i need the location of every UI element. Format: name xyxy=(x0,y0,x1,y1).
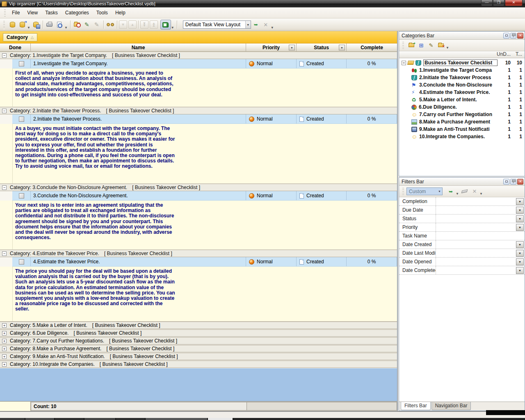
expand-icon[interactable]: + xyxy=(2,354,7,359)
filter-dropdown-button[interactable]: ▼ xyxy=(516,215,524,222)
restore-button[interactable]: ❐ xyxy=(493,0,504,6)
minimize-button[interactable]: — xyxy=(481,0,493,6)
open-database-button[interactable] xyxy=(17,20,27,30)
move-bottom-button[interactable]: ▼▼ xyxy=(140,21,148,29)
filter-value-field[interactable] xyxy=(436,197,515,205)
filter-value-field[interactable] xyxy=(436,223,515,231)
filter-dropdown-button[interactable]: ▼ xyxy=(516,258,524,265)
filters-close-button[interactable]: ✕ xyxy=(517,179,523,185)
menu-item-view[interactable]: View xyxy=(23,8,41,17)
categories-pin-button[interactable] xyxy=(510,33,516,39)
filter-dropdown-button[interactable]: ▼ xyxy=(516,250,524,257)
task-row[interactable]: 1.Investigate the Target Company. Normal… xyxy=(12,59,397,68)
category-tree-item[interactable]: ⚑ 3.Conclude the Non-Disclosure 1 1 xyxy=(399,81,525,89)
expand-icon[interactable]: + xyxy=(2,331,7,336)
collapse-icon[interactable]: − xyxy=(2,251,7,256)
filters-pin-button[interactable] xyxy=(510,179,516,185)
filter-dropdown-button[interactable]: ▼ xyxy=(516,207,524,214)
collapse-icon[interactable]: − xyxy=(2,53,7,58)
collapsed-group-row[interactable]: + Category: 7.Carry out Further Negotiat… xyxy=(0,337,397,345)
collapsed-group-row[interactable]: + Category: 9.Make an Anti-Trust Notific… xyxy=(0,353,397,360)
filter-value-field[interactable] xyxy=(436,266,515,274)
column-header-name[interactable]: Name xyxy=(31,43,246,51)
category-tree-item[interactable]: ⚡ 4.Estimate the Takeover Price. 1 1 xyxy=(399,89,525,96)
layout-combo[interactable]: Default Task View Layout ▼ xyxy=(183,21,251,29)
new-database-button[interactable] xyxy=(7,20,17,30)
column-header-complete[interactable]: Complete xyxy=(347,43,397,51)
group-header-row[interactable]: − Category: 2.Initiate the Takeover Proc… xyxy=(0,107,397,114)
category-tree-item[interactable]: 6.Due Diligence. 1 1 xyxy=(399,103,525,111)
done-checkbox[interactable] xyxy=(19,193,24,199)
done-checkbox[interactable] xyxy=(19,259,24,265)
task-notes[interactable]: First of all, when you decide to acquire… xyxy=(0,68,397,107)
print-preview-button[interactable] xyxy=(55,20,64,30)
delete-task-button[interactable]: ✎ xyxy=(92,20,102,30)
collapsed-group-row[interactable]: + Category: 10.Integrate the Companies. … xyxy=(0,361,397,368)
group-header-row[interactable]: − Category: 1.Investigate the Target Com… xyxy=(0,52,397,59)
expand-icon[interactable]: + xyxy=(2,347,7,351)
new-subcategory-button[interactable]: ⊞ xyxy=(416,41,426,50)
save-database-button[interactable] xyxy=(31,20,41,30)
collapsed-group-row[interactable]: + Category: 8.Make a Purchase Agreement.… xyxy=(0,345,397,352)
view-dropdown-icon[interactable]: ▼ xyxy=(171,26,174,31)
filter-value-field[interactable] xyxy=(436,232,515,240)
category-tree-item[interactable]: ♻ 5.Make a Letter of Intent. 1 1 xyxy=(399,96,525,103)
new-task-button[interactable] xyxy=(72,20,82,30)
apply-filter-button[interactable]: ➥ xyxy=(446,187,456,196)
undone-column-header[interactable]: UnD... xyxy=(497,51,513,58)
filter-value-field[interactable] xyxy=(436,206,515,214)
move-up-button[interactable]: ▲ xyxy=(128,21,137,29)
print-dropdown-icon[interactable]: ▼ xyxy=(64,26,68,31)
task-row[interactable]: 3.Conclude the Non-Disclosure Agreement.… xyxy=(12,191,397,201)
group-header-row[interactable]: − Category: 4.Estimate the Takeover Pric… xyxy=(0,250,397,257)
menu-item-tasks[interactable]: Tasks xyxy=(41,8,62,17)
task-row[interactable]: 4.Estimate the Takeover Price. Normal Cr… xyxy=(12,257,397,267)
filters-overflow-icon[interactable]: ▼ xyxy=(479,192,483,197)
group-by-category-chip[interactable]: Category △ xyxy=(3,33,37,41)
filters-restore-button[interactable] xyxy=(503,179,509,185)
open-dropdown-icon[interactable]: ▼ xyxy=(27,26,30,31)
expand-icon[interactable]: + xyxy=(2,339,7,343)
move-top-button[interactable]: ▲▲ xyxy=(150,21,158,29)
task-view-toggle-button[interactable] xyxy=(160,20,171,30)
menu-item-tools[interactable]: Tools xyxy=(93,8,112,17)
categories-overflow-icon[interactable]: ▼ xyxy=(446,46,449,51)
filter-dropdown-button[interactable]: ▼ xyxy=(516,241,524,248)
task-notes[interactable]: As a buyer, you must initiate contact wi… xyxy=(0,124,397,184)
task-notes[interactable]: The price you should pay for the deal wi… xyxy=(0,267,397,322)
apply-filter-dropdown-icon[interactable]: ▼ xyxy=(456,192,459,197)
done-checkbox[interactable] xyxy=(19,61,24,66)
close-button[interactable]: ✕ xyxy=(505,0,523,6)
new-category-button[interactable] xyxy=(406,41,416,50)
panel-tab-filters-bar[interactable]: Filters Bar xyxy=(401,402,431,410)
column-header-priority[interactable]: Priority ▼ xyxy=(246,43,297,51)
clear-filter-button[interactable] xyxy=(460,187,470,196)
combo-dropdown-icon[interactable]: ▼ xyxy=(245,21,251,28)
column-header-status[interactable]: Status ▼ xyxy=(297,43,347,51)
layout-overflow-icon[interactable]: ▼ xyxy=(271,26,274,31)
collapsed-group-row[interactable]: + Category: 6.Due Diligence. [ Business … xyxy=(0,329,397,337)
categories-restore-button[interactable] xyxy=(503,33,509,39)
filter-dropdown-button[interactable]: ▼ xyxy=(516,224,524,231)
group-header-row[interactable]: − Category: 3.Conclude the Non-Disclosur… xyxy=(0,184,397,191)
category-tree-item[interactable]: 9.Make an Anti-Trust Notificati 1 1 xyxy=(399,126,525,133)
combo-dropdown-icon[interactable]: ▼ xyxy=(438,190,442,193)
total-column-header[interactable]: T... xyxy=(513,51,525,58)
edit-category-button[interactable]: ✎ xyxy=(426,41,436,50)
categories-close-button[interactable]: ✕ xyxy=(517,33,523,39)
print-button[interactable] xyxy=(45,20,55,30)
menu-item-categories[interactable]: Categories xyxy=(62,8,93,17)
collapse-icon[interactable]: − xyxy=(402,61,406,65)
filter-value-field[interactable] xyxy=(436,249,515,257)
filter-preset-combo[interactable]: Custom ▼ xyxy=(406,187,443,195)
collapse-icon[interactable]: − xyxy=(2,185,7,190)
column-header-done[interactable]: Done xyxy=(0,43,31,51)
delete-filter-button[interactable]: ✕ xyxy=(470,187,479,196)
collapse-icon[interactable]: − xyxy=(2,109,7,113)
priority-filter-dropdown[interactable]: ▼ xyxy=(289,45,295,50)
category-tree-item[interactable]: ☺ 7.Carry out Further Negotiation 1 1 xyxy=(399,111,525,118)
filter-value-field[interactable] xyxy=(436,240,515,249)
filter-dropdown-button[interactable]: ▼ xyxy=(516,198,524,205)
filter-dropdown-button[interactable]: ▼ xyxy=(516,267,524,274)
task-notes[interactable]: Your next step is to enter into an agree… xyxy=(0,201,397,250)
